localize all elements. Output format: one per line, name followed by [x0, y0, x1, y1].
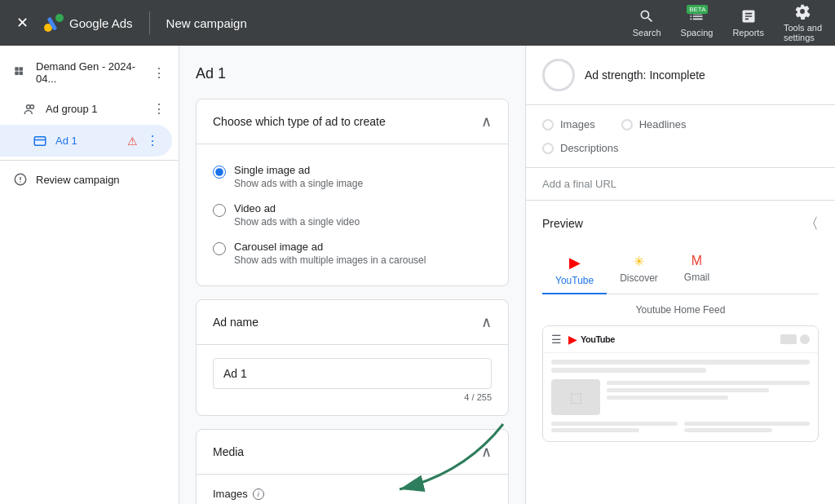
- carousel-radio[interactable]: [213, 242, 226, 255]
- beta-badge: BETA: [687, 5, 708, 14]
- single-image-radio[interactable]: [213, 166, 226, 179]
- ad-name-body: 4 / 255: [197, 345, 508, 415]
- discover-tab-icon: ✳: [634, 254, 644, 269]
- review-label: Review campaign: [36, 174, 166, 186]
- gmail-tab-label: Gmail: [684, 272, 709, 283]
- strength-fields: Images Headlines Descriptions: [526, 105, 835, 168]
- spacing-icon-wrap: BETA: [688, 8, 705, 26]
- ad-name-title: Ad name: [213, 316, 258, 329]
- nav-tools[interactable]: Tools andsettings: [784, 3, 822, 42]
- yt-body: ⬚: [543, 353, 818, 441]
- video-option[interactable]: Video ad Show ads with a single video: [213, 196, 492, 234]
- right-panel: Ad strength: Incomplete Images Headlines: [525, 46, 835, 504]
- ad-type-title: Choose which type of ad to create: [213, 115, 386, 128]
- svg-point-8: [30, 104, 34, 108]
- yt-side-row-3: [607, 396, 728, 400]
- carousel-option[interactable]: Carousel image ad Show ads with multiple…: [213, 234, 492, 272]
- media-collapse-button[interactable]: ∧: [481, 443, 492, 461]
- yt-thumbnail: ⬚: [551, 379, 600, 415]
- reports-icon: [740, 8, 757, 24]
- adgroup-more-button[interactable]: ⋮: [152, 101, 166, 117]
- images-field: Images: [542, 115, 595, 134]
- fields-row: Images Headlines: [542, 115, 819, 134]
- carousel-label: Carousel image ad: [234, 241, 426, 253]
- svg-rect-5: [20, 67, 24, 71]
- headlines-field: Headlines: [621, 115, 687, 134]
- nav-actions: Search BETA Spacing Reports Tools andset…: [633, 3, 822, 42]
- single-image-text: Single image ad Show ads with a single i…: [234, 164, 363, 189]
- yt-logo: ▶ YouTube: [568, 333, 615, 346]
- final-url-section[interactable]: Add a final URL: [526, 168, 835, 201]
- images-info-icon[interactable]: i: [253, 489, 264, 500]
- gmail-tab-icon: M: [691, 254, 702, 268]
- sidebar: Demand Gen - 2024-04... ⋮ Ad group 1 ⋮ A…: [0, 46, 179, 504]
- carousel-desc: Show ads with multiple images in a carou…: [234, 254, 426, 266]
- char-count: 4 / 255: [213, 392, 492, 402]
- yt-col-row-3: [684, 422, 811, 426]
- ad-name-input[interactable]: [213, 358, 492, 389]
- svg-point-13: [20, 181, 21, 183]
- yt-hamburger-icon: ☰: [551, 333, 562, 346]
- tab-gmail[interactable]: M Gmail: [671, 247, 722, 294]
- sidebar-item-review[interactable]: Review campaign: [0, 164, 179, 195]
- media-title: Media: [213, 445, 244, 458]
- app-name: Google Ads: [69, 16, 133, 30]
- images-circle-icon: [542, 119, 554, 130]
- sidebar-item-adgroup[interactable]: Ad group 1 ⋮: [0, 93, 179, 125]
- top-navigation: ✕ Google Ads New campaign Search BETA Sp…: [0, 0, 835, 46]
- nav-search[interactable]: Search: [633, 8, 661, 38]
- ad-name-collapse-button[interactable]: ∧: [481, 313, 492, 331]
- close-button[interactable]: ✕: [13, 11, 32, 35]
- yt-content-area: ⬚: [551, 379, 810, 415]
- svg-point-2: [55, 14, 64, 22]
- search-icon-wrap: [638, 8, 655, 26]
- tools-label: Tools andsettings: [784, 23, 822, 42]
- media-images-label: Images i: [213, 488, 492, 500]
- video-text: Video ad Show ads with a single video: [234, 202, 360, 228]
- ad-strength-label: Ad strength: Incomplete: [585, 69, 705, 82]
- page-title: Ad 1: [196, 65, 509, 82]
- video-radio[interactable]: [213, 204, 226, 217]
- video-label: Video ad: [234, 202, 360, 214]
- media-card: Media ∧ Images i Add up to 20 images ＋ +…: [196, 429, 509, 504]
- campaign-label: Demand Gen - 2024-04...: [36, 60, 144, 85]
- yt-logo-text: YouTube: [581, 334, 615, 344]
- tools-icon-wrap: [794, 3, 811, 21]
- yt-col-1: [551, 422, 678, 435]
- reports-label: Reports: [732, 28, 764, 38]
- ad-more-button[interactable]: ⋮: [146, 133, 159, 148]
- search-label: Search: [633, 28, 661, 38]
- sidebar-item-ad[interactable]: Ad 1 ⚠ ⋮: [0, 125, 172, 157]
- yt-bottom-rows: [551, 422, 810, 435]
- app-logo: Google Ads: [42, 11, 133, 34]
- ad-type-body: Single image ad Show ads with a single i…: [197, 144, 508, 285]
- adgroup-label: Ad group 1: [46, 103, 144, 115]
- search-icon: [638, 8, 655, 24]
- single-image-option[interactable]: Single image ad Show ads with a single i…: [213, 157, 492, 196]
- ad-type-collapse-button[interactable]: ∧: [481, 113, 492, 130]
- youtube-tab-icon: ▶: [569, 254, 581, 272]
- tools-icon: [794, 3, 811, 20]
- final-url-text: Add a final URL: [542, 178, 616, 190]
- campaign-more-button[interactable]: ⋮: [152, 65, 166, 81]
- carousel-text: Carousel image ad Show ads with multiple…: [234, 241, 426, 266]
- preview-collapse-button[interactable]: 〈: [804, 214, 819, 233]
- main-layout: Demand Gen - 2024-04... ⋮ Ad group 1 ⋮ A…: [0, 46, 835, 504]
- single-image-desc: Show ads with a single image: [234, 178, 363, 189]
- nav-spacing[interactable]: BETA Spacing: [681, 8, 714, 38]
- spacing-label: Spacing: [681, 28, 714, 38]
- youtube-preview-mock: ☰ ▶ YouTube: [542, 325, 819, 442]
- preview-tabs: ▶ YouTube ✳ Discover M Gmail: [542, 246, 819, 294]
- descriptions-field-label: Descriptions: [560, 142, 619, 154]
- svg-rect-4: [15, 72, 19, 76]
- tab-discover[interactable]: ✳ Discover: [607, 247, 671, 294]
- tab-youtube[interactable]: ▶ YouTube: [542, 247, 607, 294]
- yt-controls: [780, 334, 810, 344]
- yt-row-1: [551, 360, 810, 365]
- yt-top-rows: [551, 360, 810, 373]
- nav-reports[interactable]: Reports: [732, 8, 764, 38]
- sidebar-item-campaign[interactable]: Demand Gen - 2024-04... ⋮: [0, 52, 179, 93]
- yt-col-2: [684, 422, 811, 435]
- preview-section: Preview 〈 ▶ YouTube ✳ Discover M Gmail: [526, 201, 835, 455]
- descriptions-circle-icon: [542, 143, 554, 154]
